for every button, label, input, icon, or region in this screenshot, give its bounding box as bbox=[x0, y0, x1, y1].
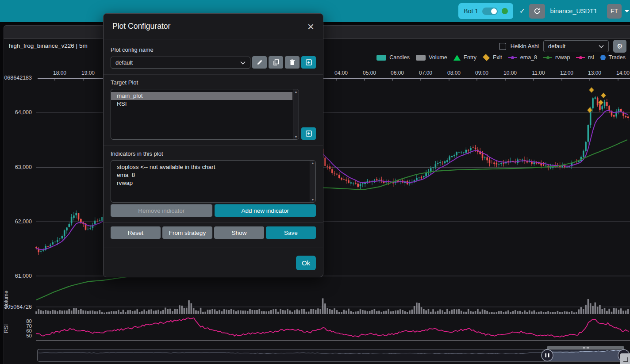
account-menu-button[interactable]: FT bbox=[607, 4, 622, 19]
legend-item-label: Exit bbox=[493, 54, 502, 61]
scroll-up-icon[interactable]: ▲ bbox=[295, 90, 298, 93]
scroll-down-icon[interactable]: ▼ bbox=[295, 135, 298, 138]
divider bbox=[104, 222, 323, 223]
app-root: 18:0019:0004:0005:0006:0007:0008:0009:00… bbox=[0, 0, 630, 364]
svg-text:10:00: 10:00 bbox=[503, 70, 517, 76]
bot-name-label: Bot 1 bbox=[464, 8, 478, 15]
pair-label: binance_USDT1 bbox=[550, 8, 597, 15]
entry-legend-marker bbox=[453, 55, 461, 61]
legend-item-rsi[interactable]: rsi bbox=[576, 54, 594, 61]
indicators-listbox[interactable]: stoploss <-- not available in this chart… bbox=[111, 160, 316, 203]
add-target-plot-button[interactable] bbox=[301, 127, 316, 140]
add-new-indicator-button[interactable]: Add new indicator bbox=[215, 204, 316, 217]
plotconfig-select-top[interactable]: default bbox=[543, 40, 609, 52]
target-plot-item-RSI[interactable]: RSI bbox=[111, 100, 292, 108]
resize-grip[interactable] bbox=[620, 353, 630, 364]
modal-header: Plot Configurator × bbox=[104, 14, 323, 39]
indicator-item[interactable]: stoploss <-- not available in this chart bbox=[111, 163, 309, 171]
legend-item-label: Candles bbox=[389, 54, 410, 61]
svg-text:63,000: 63,000 bbox=[15, 164, 32, 170]
axis-labels: 64,00063,00062,00061,0000686421833050647… bbox=[3, 75, 32, 338]
svg-text:05:00: 05:00 bbox=[363, 70, 376, 76]
svg-text:62,000: 62,000 bbox=[15, 218, 32, 225]
plot-config-name-select[interactable]: default bbox=[111, 57, 250, 69]
chart-legend: CandlesVolumeEntryExitema_8rvwaprsiTrade… bbox=[376, 54, 626, 61]
copy-icon bbox=[273, 59, 279, 65]
svg-text:06:00: 06:00 bbox=[391, 70, 404, 76]
legend-item-label: rvwap bbox=[555, 54, 570, 61]
bot-selector-pill[interactable]: Bot 1 bbox=[458, 3, 513, 19]
modal-footer: Ok bbox=[104, 248, 323, 277]
close-icon[interactable]: × bbox=[307, 22, 314, 31]
legend-item-ema_8[interactable]: ema_8 bbox=[508, 54, 537, 61]
reset-button[interactable]: Reset bbox=[111, 226, 161, 239]
exit-markers bbox=[588, 87, 606, 113]
svg-text:068642183: 068642183 bbox=[4, 75, 32, 81]
legend-item-label: Entry bbox=[464, 54, 476, 61]
legend-item-rvwap[interactable]: rvwap bbox=[543, 54, 570, 61]
bot-toggle[interactable] bbox=[482, 8, 498, 15]
svg-text:11:00: 11:00 bbox=[532, 70, 545, 76]
save-button[interactable]: Save bbox=[266, 226, 316, 239]
divider bbox=[104, 146, 323, 146]
indicator-item[interactable]: rvwap bbox=[111, 179, 309, 187]
plot-configurator-modal: Plot Configurator × Plot config name def… bbox=[103, 13, 323, 277]
legend-item-label: Volume bbox=[429, 54, 447, 61]
caret-down-icon[interactable] bbox=[625, 10, 629, 12]
legend-item-label: rsi bbox=[588, 54, 594, 61]
svg-text:Volume: Volume bbox=[3, 291, 9, 308]
from-strategy-button[interactable]: From strategy bbox=[162, 226, 212, 239]
chart-controls: Heikin Ashi default ⚙ bbox=[499, 40, 626, 53]
datazoom-left-handle[interactable] bbox=[542, 350, 553, 361]
plot-configurator-gear-button[interactable]: ⚙ bbox=[613, 40, 626, 53]
heikin-ashi-checkbox[interactable] bbox=[499, 43, 506, 50]
scrollbar[interactable]: ▲ ▼ bbox=[310, 161, 315, 202]
legend-item-Candles[interactable]: Candles bbox=[376, 54, 410, 61]
add-plotconfig-button[interactable] bbox=[301, 56, 316, 69]
duplicate-plotconfig-button[interactable] bbox=[269, 56, 283, 69]
volume-bars bbox=[35, 298, 629, 314]
rsi-line bbox=[36, 318, 629, 337]
datazoom-navigator bbox=[38, 346, 630, 361]
scrollbar[interactable]: ▲ ▼ bbox=[293, 89, 299, 139]
delete-plotconfig-button[interactable] bbox=[285, 56, 300, 69]
show-button[interactable]: Show bbox=[214, 226, 264, 239]
refresh-button[interactable] bbox=[529, 4, 545, 19]
trash-icon bbox=[289, 59, 295, 65]
chart-title: high_frog_binance_v226 | 5m bbox=[9, 42, 88, 49]
legend-item-Exit[interactable]: Exit bbox=[483, 54, 502, 61]
volume-legend-marker bbox=[416, 55, 426, 61]
ema_8-legend-marker bbox=[508, 55, 517, 61]
scroll-up-icon[interactable]: ▲ bbox=[311, 161, 315, 165]
candles-legend-marker bbox=[376, 55, 386, 61]
legend-item-Volume[interactable]: Volume bbox=[416, 54, 447, 61]
ok-button[interactable]: Ok bbox=[296, 256, 316, 270]
pencil-icon bbox=[257, 59, 263, 65]
target-plot-label: Target Plot bbox=[111, 79, 316, 86]
indicator-item[interactable]: ema_8 bbox=[111, 171, 309, 179]
exit-legend-marker bbox=[483, 54, 490, 61]
legend-item-Trades[interactable]: Trades bbox=[600, 54, 626, 61]
check-icon: ✓ bbox=[519, 7, 525, 15]
svg-text:RSI: RSI bbox=[3, 324, 9, 333]
remove-indicator-button[interactable]: Remove indicator bbox=[111, 204, 212, 217]
plus-square-icon bbox=[306, 59, 312, 65]
target-plot-item-main_plot[interactable]: main_plot bbox=[111, 92, 292, 100]
bot-online-dot bbox=[502, 8, 508, 14]
svg-text:19:00: 19:00 bbox=[81, 70, 95, 76]
scroll-down-icon[interactable]: ▼ bbox=[311, 198, 315, 201]
legend-item-Entry[interactable]: Entry bbox=[453, 54, 476, 61]
edit-plotconfig-button[interactable] bbox=[252, 56, 267, 69]
target-plot-listbox[interactable]: main_plotRSI ▲ ▼ bbox=[111, 89, 299, 140]
indicators-label: Indicators in this plot bbox=[111, 150, 316, 157]
svg-text:61,000: 61,000 bbox=[15, 273, 32, 279]
svg-text:04:00: 04:00 bbox=[334, 70, 348, 76]
plus-square-icon bbox=[306, 130, 312, 137]
chevron-down-icon bbox=[240, 61, 246, 65]
modal-body: Plot config name default bbox=[104, 39, 323, 241]
svg-text:13:00: 13:00 bbox=[588, 70, 601, 76]
gear-icon: ⚙ bbox=[617, 42, 622, 50]
svg-text:12:00: 12:00 bbox=[560, 70, 573, 76]
plotconfig-select-top-value: default bbox=[548, 43, 565, 50]
svg-text:07:00: 07:00 bbox=[419, 70, 432, 76]
